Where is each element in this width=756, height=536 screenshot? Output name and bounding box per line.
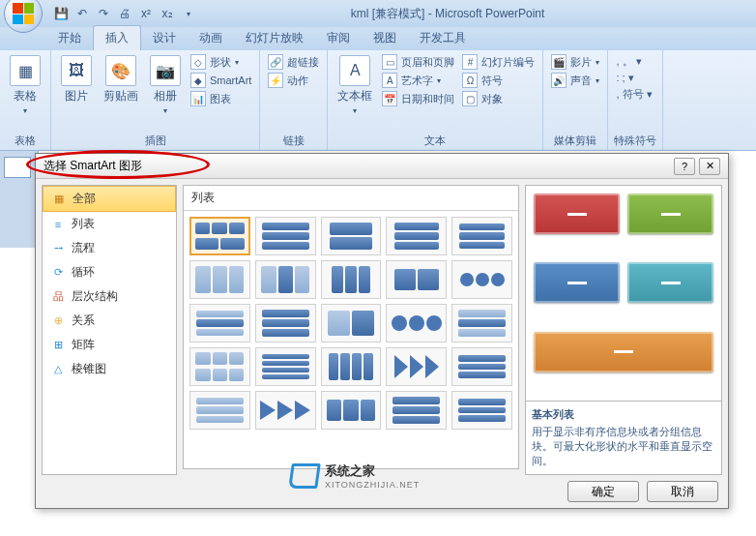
clipart-icon: 🎨 [105,55,136,86]
watermark-en: XITONGZHIJIA.NET [325,480,420,490]
header-button[interactable]: ▭页眉和页脚 [380,53,456,71]
category-item-4[interactable]: 品层次结构 [43,284,176,309]
group-special: , 。 ▾ : ; ▾ , 符号 ▾ 特殊符号 [608,50,663,150]
textbox-button[interactable]: A文本框▾ [334,53,376,132]
layout-thumb[interactable] [451,260,512,299]
group-tables: ▦ 表格 ▾ 表格 [0,50,51,150]
ok-button[interactable]: 确定 [567,481,639,502]
layout-thumb[interactable] [451,217,512,255]
tables-label: 表格 [14,88,37,104]
undo-icon[interactable]: ↶ [73,5,91,22]
datetime-button[interactable]: 📅日期和时间 [380,90,456,107]
category-item-6[interactable]: ⊞矩阵 [43,333,176,357]
layout-thumb[interactable] [255,304,316,342]
preview-block [627,262,713,303]
layout-thumb[interactable] [386,347,447,386]
tab-devtools[interactable]: 开发工具 [408,26,478,50]
layout-thumb[interactable] [321,260,382,299]
chevron-down-icon: ▾ [23,106,27,115]
layout-thumb[interactable] [321,347,382,386]
wordart-button[interactable]: A艺术字▾ [380,72,456,89]
preview-text: 用于显示非有序信息块或者分组信息块。可最大化形状的水平和垂直显示空间。 [532,425,715,468]
hyperlink-button[interactable]: 🔗超链接 [266,53,321,71]
layout-thumb[interactable] [386,391,447,430]
layout-thumb[interactable] [255,217,316,255]
tab-animation[interactable]: 动画 [188,26,234,50]
category-icon: △ [50,362,66,377]
category-item-7[interactable]: △棱锥图 [43,357,176,381]
help-button[interactable]: ? [674,158,695,175]
album-icon: 📷 [150,55,181,86]
slide-thumb-1[interactable] [4,157,31,178]
tab-review[interactable]: 审阅 [315,26,362,50]
layout-thumb[interactable] [255,391,316,430]
layout-thumb[interactable] [386,260,447,299]
symbol-button[interactable]: Ω符号 [460,72,537,89]
sound-button[interactable]: 🔊声音▾ [549,72,601,89]
layout-thumb[interactable] [451,347,512,386]
layout-thumb[interactable] [451,304,512,342]
header-icon: ▭ [382,54,397,70]
layout-gallery [184,211,518,468]
tab-insert[interactable]: 插入 [93,25,141,50]
category-label: 棱锥图 [72,361,106,377]
category-list: ▦全部≡列表⤍流程⟳循环品层次结构⊕关系⊞矩阵△棱锥图 [42,185,177,475]
sp3[interactable]: , 符号 ▾ [614,86,654,103]
watermark-logo-icon [290,463,319,489]
group-tables-label: 表格 [6,132,44,150]
group-media: 🎬影片▾ 🔊声音▾ 媒体剪辑 [543,50,608,150]
category-item-2[interactable]: ⤍流程 [43,236,176,260]
shapes-button[interactable]: ◇形状▾ [189,53,253,71]
category-label: 层次结构 [72,288,118,305]
tab-design[interactable]: 设计 [141,26,188,50]
category-item-3[interactable]: ⟳循环 [43,260,176,284]
clipart-button[interactable]: 🎨剪贴画 [100,53,142,132]
close-button[interactable]: ✕ [699,158,720,175]
watermark: 系统之家 XITONGZHIJIA.NET [290,462,420,490]
layout-thumb[interactable] [189,260,250,299]
sp2[interactable]: : ; ▾ [614,71,654,85]
object-button[interactable]: ▢对象 [460,90,537,107]
tab-home[interactable]: 开始 [46,26,93,50]
tables-button[interactable]: ▦ 表格 ▾ [6,53,44,132]
layout-thumb[interactable] [451,391,512,430]
layout-thumb[interactable] [255,347,316,386]
group-illustrations: 🖼图片 🎨剪贴画 📷相册▾ ◇形状▾ ◆SmartArt 📊图表 插图 [51,50,260,150]
watermark-cn: 系统之家 [325,462,420,480]
chart-button[interactable]: 📊图表 [189,90,253,107]
preview-block [534,332,713,372]
redo-icon[interactable]: ↷ [95,5,112,22]
action-button[interactable]: ⚡动作 [266,72,321,89]
layout-thumb[interactable] [189,391,250,430]
category-item-0[interactable]: ▦全部 [43,186,176,212]
movie-button[interactable]: 🎬影片▾ [549,53,601,71]
save-icon[interactable]: 💾 [52,5,70,22]
superscript-icon[interactable]: x² [137,5,155,22]
layout-thumb[interactable] [386,304,447,342]
layout-thumb[interactable] [189,347,250,386]
layout-thumb[interactable] [255,260,316,299]
chart-icon: 📊 [190,91,206,106]
layout-thumb[interactable] [189,217,250,255]
subscript-icon[interactable]: x₂ [159,5,176,22]
layout-thumb[interactable] [386,217,447,255]
group-media-label: 媒体剪辑 [549,132,601,150]
layout-thumb[interactable] [321,391,382,430]
category-item-1[interactable]: ≡列表 [43,212,176,236]
sp1[interactable]: , 。 ▾ [614,53,654,70]
album-button[interactable]: 📷相册▾ [146,53,185,132]
tab-slideshow[interactable]: 幻灯片放映 [234,26,315,50]
quick-access-toolbar: 💾 ↶ ↷ 🖨 x² x₂ ▾ [52,5,197,22]
layout-thumb[interactable] [189,304,250,342]
print-icon[interactable]: 🖨 [116,5,133,22]
category-label: 循环 [72,264,95,281]
picture-button[interactable]: 🖼图片 [57,53,96,132]
smartart-button[interactable]: ◆SmartArt [189,72,253,89]
cancel-button[interactable]: 取消 [647,481,718,502]
qat-dropdown-icon[interactable]: ▾ [180,5,197,22]
layout-thumb[interactable] [321,304,382,342]
category-item-5[interactable]: ⊕关系 [43,309,176,333]
tab-view[interactable]: 视图 [362,26,408,50]
slidenum-button[interactable]: #幻灯片编号 [460,53,537,71]
layout-thumb[interactable] [321,217,382,255]
